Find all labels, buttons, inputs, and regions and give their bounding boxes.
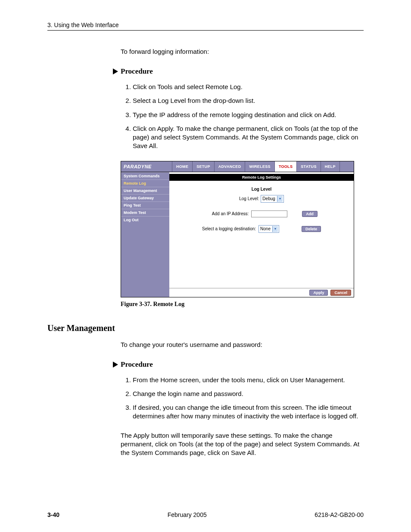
step-item: Click on Tools and select Remote Log. (133, 83, 364, 91)
step-item: From the Home screen, under the tools me… (133, 376, 364, 384)
tab-advanced[interactable]: ADVANCED (215, 161, 246, 172)
header-rule (47, 30, 364, 31)
section-title-log-level: Log Level (174, 187, 349, 192)
procedure-heading-1: Procedure (113, 67, 364, 76)
procedure-heading-2: Procedure (113, 360, 364, 369)
section-heading-user-management: User Management (47, 323, 364, 333)
screenshot-bottom-bar: Apply Cancel (169, 288, 354, 297)
sidebar-item-log-out[interactable]: Log Out (121, 216, 169, 223)
sidebar-item-system-commands[interactable]: System Commands (121, 172, 169, 179)
step-item: Click on Apply. To make the change perma… (133, 124, 364, 151)
tab-home[interactable]: HOME (172, 161, 193, 172)
figure-caption: Figure 3-37. Remote Log (121, 301, 364, 308)
step-item: Type the IP address of the remote loggin… (133, 111, 364, 119)
triangle-icon (113, 68, 118, 74)
sidebar-item-ping-test[interactable]: Ping Test (121, 201, 169, 209)
panel-title: Remote Log Settings (169, 174, 354, 181)
screenshot-sidebar: System Commands Remote Log User Manageme… (121, 172, 169, 297)
step-item: If desired, you can change the idle time… (133, 403, 364, 421)
destination-select[interactable]: None ▾ (258, 225, 279, 233)
sidebar-item-update-gateway[interactable]: Update Gateway (121, 194, 169, 201)
log-level-label: Log Level: (239, 196, 259, 201)
footer-date: February 2005 (168, 511, 207, 518)
log-level-value: Debug (262, 196, 275, 201)
tab-wireless[interactable]: WIRELESS (245, 161, 274, 172)
triangle-icon (113, 362, 118, 368)
sidebar-item-user-management[interactable]: User Management (121, 187, 169, 194)
ip-address-input[interactable] (251, 210, 287, 217)
closing-paragraph: The Apply button will temporarily save t… (121, 431, 364, 458)
apply-button[interactable]: Apply (309, 290, 328, 296)
footer-doc-id: 6218-A2-GB20-00 (314, 511, 364, 518)
log-level-row: Log Level: Debug ▾ (174, 195, 349, 203)
add-ip-row: Add an IP Address: Add (174, 210, 349, 217)
log-level-select[interactable]: Debug ▾ (261, 195, 283, 203)
procedure-label: Procedure (121, 67, 153, 76)
chevron-down-icon: ▾ (277, 196, 283, 202)
tab-setup[interactable]: SETUP (193, 161, 215, 172)
cancel-button[interactable]: Cancel (330, 290, 351, 296)
procedure-steps-2: From the Home screen, under the tools me… (121, 376, 364, 421)
brand-logo: PARADYNE (121, 161, 172, 172)
page-header: 3. Using the Web Interface (47, 22, 364, 28)
sidebar-item-remote-log[interactable]: Remote Log (121, 179, 169, 187)
add-button[interactable]: Add (302, 211, 318, 217)
intro-paragraph-1: To forward logging information: (121, 48, 364, 55)
add-ip-label: Add an IP Address: (206, 211, 249, 216)
destination-value: None (260, 226, 271, 231)
procedure-label: Procedure (121, 360, 153, 369)
figure-screenshot: PARADYNE HOME SETUP ADVANCED WIRELESS TO… (121, 161, 354, 297)
screenshot-topbar: PARADYNE HOME SETUP ADVANCED WIRELESS TO… (121, 161, 354, 172)
tab-help[interactable]: HELP (321, 161, 340, 172)
sidebar-item-modem-test[interactable]: Modem Test (121, 209, 169, 216)
chevron-down-icon: ▾ (272, 226, 278, 232)
delete-button[interactable]: Delete (302, 226, 321, 232)
step-item: Change the login name and password. (133, 390, 364, 398)
intro-paragraph-2: To change your router's username and pas… (121, 341, 364, 348)
page-number: 3-40 (47, 511, 59, 518)
destination-row: Select a logging destination: None ▾ Del… (174, 225, 349, 233)
step-item: Select a Log Level from the drop-down li… (133, 96, 364, 105)
destination-label: Select a logging destination: (202, 226, 256, 231)
page-footer: 3-40 February 2005 6218-A2-GB20-00 (47, 511, 364, 518)
procedure-steps-1: Click on Tools and select Remote Log. Se… (121, 83, 364, 151)
tab-tools[interactable]: TOOLS (275, 161, 297, 172)
topbar-filler (340, 161, 354, 172)
tab-status[interactable]: STATUS (297, 161, 321, 172)
